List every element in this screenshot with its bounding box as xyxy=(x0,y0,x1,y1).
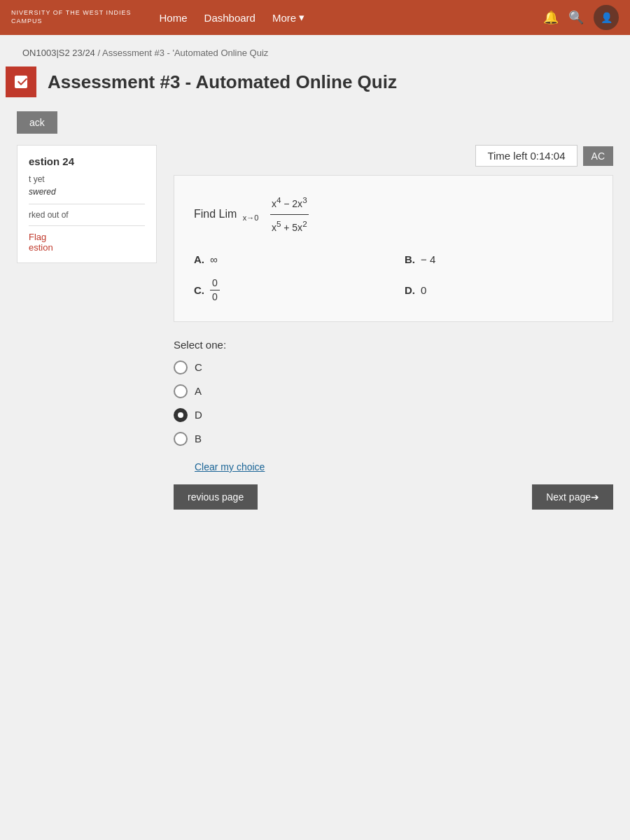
previous-page-button[interactable]: revious page xyxy=(174,484,258,510)
more-dropdown[interactable]: More ▾ xyxy=(272,11,304,24)
breadcrumb-assessment: Assessment #3 - 'Automated Online Quiz xyxy=(102,48,268,58)
option-a-value: ∞ xyxy=(210,253,218,265)
nav-buttons: revious page Next page➔ xyxy=(174,473,613,510)
radio-circle-b[interactable] xyxy=(174,432,188,446)
avatar-initials: 👤 xyxy=(601,12,612,23)
nav-icons: 🔔 🔍 👤 xyxy=(543,5,619,30)
timer-display: Time left 0:14:04 xyxy=(475,145,577,167)
timer-row: Time left 0:14:04 AC xyxy=(174,145,613,167)
fraction-numerator: x4 − 2x3 xyxy=(270,192,309,215)
nav-links: Home Dashboard More ▾ xyxy=(160,11,305,24)
options-grid: A. ∞ B. − 4 C. 0 0 D xyxy=(194,253,593,304)
sidebar-question-number: estion 24 xyxy=(29,155,145,167)
radio-option-a[interactable]: A xyxy=(174,384,613,398)
breadcrumb: ON1003|S2 23/24 / Assessment #3 - 'Autom… xyxy=(0,35,630,61)
sidebar-divider xyxy=(29,204,145,204)
option-c-label: C. xyxy=(194,284,204,296)
sidebar-marked-label: rked out of xyxy=(29,210,145,220)
next-page-button[interactable]: Next page➔ xyxy=(532,484,613,510)
find-lim-label: Find Lim xyxy=(194,208,237,220)
limit-subscript: x→0 xyxy=(243,214,259,222)
radio-label-a: A xyxy=(195,385,202,397)
radio-circle-d[interactable] xyxy=(174,408,188,422)
home-link[interactable]: Home xyxy=(160,12,188,24)
more-label: More xyxy=(272,12,296,24)
radio-label-d: D xyxy=(195,409,202,421)
fraction-display: x4 − 2x3 x5 + 5x2 xyxy=(267,192,312,237)
option-d: D. 0 xyxy=(405,276,593,304)
option-b: B. − 4 xyxy=(405,253,593,265)
bell-icon[interactable]: 🔔 xyxy=(543,10,559,25)
breadcrumb-course[interactable]: ON1003|S2 23/24 xyxy=(22,48,95,58)
radio-circle-a[interactable] xyxy=(174,384,188,398)
back-btn-wrapper: ack xyxy=(0,108,630,145)
page-header: Assessment #3 - Automated Online Quiz xyxy=(0,61,630,108)
option-a-label: A. xyxy=(194,253,204,265)
option-c: C. 0 0 xyxy=(194,276,382,304)
radio-option-c[interactable]: C xyxy=(174,360,613,374)
option-d-label: D. xyxy=(405,284,415,296)
ac-button[interactable]: AC xyxy=(583,146,613,166)
top-navigation: NIVERSITY OF THE WEST INDIES CAMPUS Home… xyxy=(0,0,630,35)
page-wrapper: ON1003|S2 23/24 / Assessment #3 - 'Autom… xyxy=(0,35,630,840)
search-icon[interactable]: 🔍 xyxy=(568,10,584,25)
avatar[interactable]: 👤 xyxy=(594,5,619,30)
fraction-denominator: x5 + 5x2 xyxy=(270,215,309,237)
option-b-label: B. xyxy=(405,253,415,265)
main-layout: estion 24 t yet swered rked out of Flag … xyxy=(0,145,630,532)
quiz-icon xyxy=(13,74,29,90)
select-one-label: Select one: xyxy=(174,339,613,351)
question-area: Time left 0:14:04 AC Find Lim x→0 x4 − 2… xyxy=(174,145,613,510)
chevron-down-icon: ▾ xyxy=(299,11,304,24)
option-a: A. ∞ xyxy=(194,253,382,265)
back-button[interactable]: ack xyxy=(17,111,57,134)
question-formula: Find Lim x→0 x4 − 2x3 x5 + 5x2 xyxy=(194,192,593,237)
dashboard-link[interactable]: Dashboard xyxy=(204,12,255,24)
option-c-fraction: 0 0 xyxy=(210,276,220,304)
brand-line2: CAMPUS xyxy=(11,18,132,26)
radio-option-d[interactable]: D xyxy=(174,408,613,422)
page-title: Assessment #3 - Automated Online Quiz xyxy=(48,71,397,93)
clear-choice-link[interactable]: Clear my choice xyxy=(195,461,265,472)
select-one-section: Select one: C A D xyxy=(174,339,613,473)
question-math: Find Lim x→0 x4 − 2x3 x5 + 5x2 xyxy=(194,192,593,237)
brand-logo: NIVERSITY OF THE WEST INDIES CAMPUS xyxy=(11,9,132,25)
fraction: x4 − 2x3 x5 + 5x2 xyxy=(270,192,309,237)
sidebar: estion 24 t yet swered rked out of Flag … xyxy=(17,145,157,510)
option-c-den: 0 xyxy=(210,290,220,304)
question-label: estion 24 xyxy=(29,155,74,167)
sidebar-info-box: estion 24 t yet swered rked out of Flag … xyxy=(17,145,157,263)
sidebar-divider2 xyxy=(29,225,145,226)
question-card: Find Lim x→0 x4 − 2x3 x5 + 5x2 xyxy=(174,175,613,322)
radio-option-b[interactable]: B xyxy=(174,432,613,446)
header-icon xyxy=(6,66,36,97)
option-d-value: 0 xyxy=(421,284,426,296)
radio-label-c: C xyxy=(195,361,202,373)
sidebar-status-value: swered xyxy=(29,187,145,197)
limit-sub: x→0 xyxy=(243,208,262,220)
option-c-num: 0 xyxy=(210,276,220,291)
brand-line1: NIVERSITY OF THE WEST INDIES xyxy=(11,9,132,18)
radio-circle-c[interactable] xyxy=(174,360,188,374)
option-b-value: − 4 xyxy=(421,253,435,265)
sidebar-status-label: t yet xyxy=(29,174,145,184)
flag-question-link[interactable]: Flag estion xyxy=(29,232,145,253)
radio-label-b: B xyxy=(195,433,202,444)
